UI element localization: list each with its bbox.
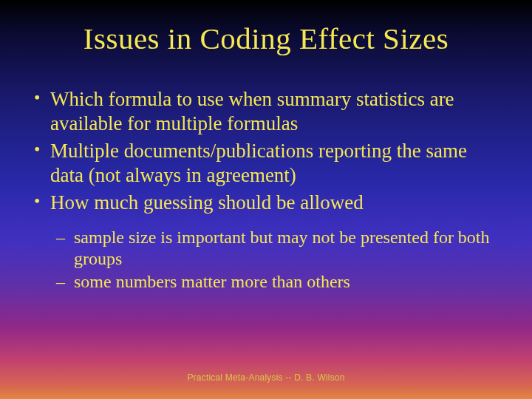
- bullet-item: Multiple documents/publications reportin…: [28, 139, 504, 188]
- sub-bullet-item: sample size is important but may not be …: [28, 227, 504, 270]
- bullet-item: How much guessing should be allowed: [28, 191, 504, 215]
- bullet-list: Which formula to use when summary statis…: [28, 87, 504, 215]
- sub-bullet-item: some numbers matter more than others: [28, 271, 504, 293]
- slide-footer: Practical Meta-Analysis -- D. B. Wilson: [0, 372, 532, 383]
- sub-bullet-list: sample size is important but may not be …: [28, 227, 504, 293]
- bullet-item: Which formula to use when summary statis…: [28, 87, 504, 136]
- slide-title: Issues in Coding Effect Sizes: [28, 21, 504, 56]
- slide: Issues in Coding Effect Sizes Which form…: [0, 0, 532, 399]
